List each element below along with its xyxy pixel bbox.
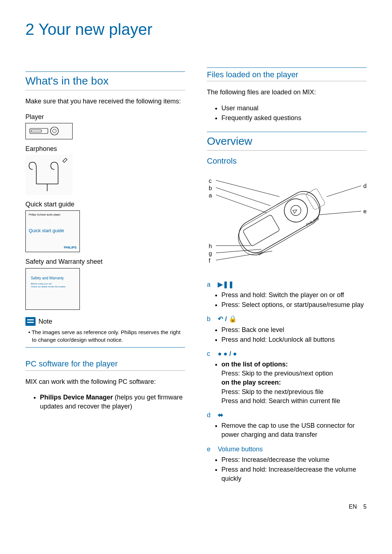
left-column: What's in the box Make sure that you hav… — [25, 62, 185, 489]
right-column: Files loaded on the player The following… — [207, 62, 367, 489]
files-loaded-intro: The following files are loaded on MIX: — [207, 88, 367, 97]
controls-heading: Controls — [207, 156, 367, 168]
control-b: b ↶ / 🔒 Press: Back one level Press and … — [207, 315, 367, 344]
ctrl-bullet: Press: Select options, or start/pause/re… — [221, 300, 367, 309]
diag-d: d — [363, 182, 367, 190]
control-a: a ▶❚❚ Press and hold: Switch the player … — [207, 280, 367, 310]
play-pause-icon: ▶❚❚ — [218, 280, 234, 289]
pc-software-intro: MIX can work with the following PC softw… — [25, 377, 185, 386]
ctrl-sub: on the list of options: Press: Skip to t… — [221, 360, 367, 406]
earphones-image — [25, 155, 73, 195]
control-d: d ⬌ Remove the cap to use the USB connec… — [207, 411, 367, 440]
controls-diagram: PHILIPS MIC c b a d e h g f — [207, 171, 367, 273]
usb-icon: ⬌ — [218, 411, 223, 420]
svg-line-15 — [327, 186, 361, 197]
pc-software-heading: PC software for the player — [25, 358, 185, 371]
qsg-inner-top: Philips GoGear audio player — [29, 213, 61, 217]
back-lock-icon: ↶ / 🔒 — [218, 315, 237, 324]
qsg-brand: PHILIPS — [64, 245, 77, 250]
ctrl-letter: a — [207, 280, 218, 289]
two-column-layout: What's in the box Make sure that you hav… — [25, 62, 367, 489]
player-image — [25, 123, 73, 139]
safety-label: Safety and Warranty sheet — [25, 257, 185, 266]
svg-point-2 — [50, 127, 58, 135]
ctrl-sub-text: Press: Skip to the previous/next option — [221, 370, 333, 377]
safety-inner-text: Before using your set: Check out details… — [31, 282, 65, 288]
files-item: Frequently asked questions — [221, 114, 367, 123]
footer-lang: EN — [349, 504, 357, 510]
note-text: The images serve as reference only. Phil… — [25, 328, 185, 344]
note-icon — [25, 317, 36, 326]
player-label: Player — [25, 112, 185, 122]
qsg-label: Quick start guide — [25, 200, 185, 209]
svg-line-12 — [216, 180, 279, 197]
safety-inner-title: Safety and Warranty — [31, 276, 64, 281]
control-c: c ● ● / ● on the list of options: Press:… — [207, 349, 367, 406]
control-e: e Volume buttons Press: Increase/decreas… — [207, 445, 367, 484]
ctrl-letter: d — [207, 411, 218, 420]
diag-e: e — [363, 208, 367, 216]
overview-heading: Overview — [207, 132, 367, 151]
qsg-image: Philips GoGear audio player Quick start … — [25, 210, 80, 252]
pc-software-bullet: Philips Device Manager (helps you get fi… — [40, 393, 185, 411]
svg-rect-0 — [30, 128, 48, 134]
pc-software-bold: Philips Device Manager — [40, 394, 113, 401]
whats-in-box-heading: What's in the box — [25, 71, 185, 90]
ctrl-letter: c — [207, 349, 218, 358]
ctrl-letter: e — [207, 445, 218, 454]
ctrl-bullet: Press and hold: Lock/unlock all buttons — [221, 335, 367, 344]
ctrl-bullet: Remove the cap to use the USB connector … — [221, 421, 367, 439]
files-item: User manual — [221, 104, 367, 113]
ctrl-bullet: Press: Back one level — [221, 325, 367, 335]
whats-in-box-intro: Make sure that you have received the fol… — [25, 97, 185, 106]
ctrl-sub-bold: on the list of options: — [221, 361, 288, 368]
safety-image: Safety and Warranty Before using your se… — [25, 268, 80, 310]
qsg-inner-title: Quick start guide — [29, 227, 64, 234]
skip-icon: ● ● / ● — [218, 349, 237, 358]
footer-page: 5 — [363, 504, 367, 510]
chapter-title: 2 Your new player — [25, 18, 367, 41]
svg-line-19 — [216, 251, 272, 260]
ctrl-bullet: Press and hold: Switch the player on or … — [221, 291, 367, 300]
ctrl-sub-bold: on the play screen: — [221, 379, 281, 386]
svg-line-16 — [319, 211, 361, 215]
files-loaded-heading: Files loaded on the player — [207, 67, 367, 82]
ctrl-bullet: Press and hold: Increase/decrease the vo… — [221, 465, 367, 483]
note-box: Note The images serve as reference only.… — [25, 317, 185, 348]
note-label: Note — [38, 317, 52, 326]
svg-line-14 — [216, 195, 267, 213]
diag-f: f — [209, 257, 210, 265]
svg-line-13 — [216, 188, 270, 206]
volume-label: Volume buttons — [218, 445, 263, 454]
diag-a: a — [209, 192, 212, 200]
ctrl-sub-text: Press: Skip to the next/previous file Pr… — [221, 388, 340, 405]
ctrl-letter: b — [207, 315, 218, 324]
page-footer: EN 5 — [25, 503, 367, 511]
earphones-label: Earphones — [25, 144, 185, 153]
ctrl-bullet: Press: Increase/decrease the volume — [221, 455, 367, 464]
svg-rect-1 — [31, 130, 41, 132]
svg-point-3 — [53, 129, 56, 133]
